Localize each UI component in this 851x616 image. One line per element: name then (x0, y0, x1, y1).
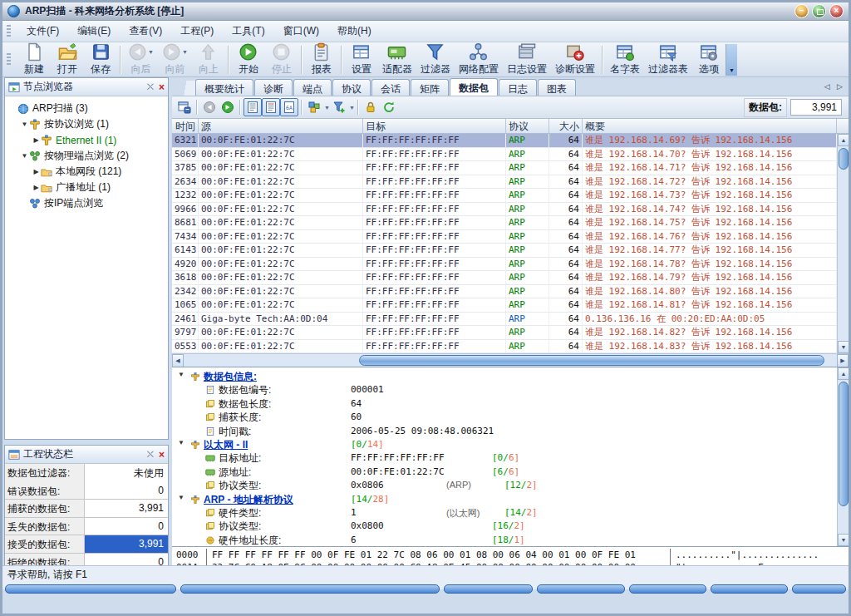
vscroll-thumb[interactable] (839, 382, 849, 506)
table-row[interactable]: 632100:0F:FE:01:22:7CFF:FF:FF:FF:FF:FFAR… (172, 134, 837, 148)
toolbar-button-network-config[interactable]: 网络配置 (455, 43, 503, 76)
decode-row-3[interactable]: 捕获长度:60 (172, 411, 849, 424)
tab-会话[interactable]: 会话 (371, 79, 410, 96)
tab-端点[interactable]: 端点 (293, 79, 332, 96)
scroll-left-icon[interactable]: ◀ (172, 354, 184, 367)
menu-item-6[interactable]: 帮助(H) (328, 21, 381, 42)
menu-item-5[interactable]: 窗口(W) (274, 21, 328, 42)
tab-图表[interactable]: 图表 (538, 79, 576, 96)
expander-closed-icon[interactable]: ▶ (32, 184, 41, 191)
decode-row-0[interactable]: ▼数据包信息: (172, 370, 849, 383)
decode-row-1[interactable]: 数据包编号:000001 (172, 383, 849, 397)
toolbar-button-stop-circle[interactable]: 停止 (265, 43, 298, 76)
column-header-1[interactable]: 源 (199, 119, 363, 133)
menu-item-1[interactable]: 编辑(E) (68, 21, 120, 42)
expander-open-icon[interactable]: ▼ (178, 371, 184, 378)
expander-open-icon[interactable]: ▼ (20, 121, 29, 128)
column-header-5[interactable]: 概要 (583, 119, 837, 133)
scroll-up-icon[interactable]: ▲ (838, 367, 849, 380)
menu-item-2[interactable]: 查看(V) (120, 21, 171, 42)
column-header-2[interactable]: 目标 (363, 119, 506, 133)
decode-row-5[interactable]: ▼以太网 - II[0/14] (172, 438, 849, 451)
decode-row-6[interactable]: 目标地址:FF:FF:FF:FF:FF:FF[0/6] (172, 451, 849, 465)
toolbar-button-back-circle[interactable]: ▼向后 (124, 43, 158, 76)
toolbar-grip[interactable] (7, 53, 11, 67)
tree-node-1[interactable]: ▼按协议浏览 (1) (7, 116, 166, 132)
decode-vscrollbar[interactable]: ▲ ▼ (837, 367, 849, 546)
table-row[interactable]: 996600:0F:FE:01:22:7CFF:FF:FF:FF:FF:FFAR… (172, 203, 837, 217)
column-header-4[interactable]: 大小 (549, 119, 583, 133)
pin-icon[interactable]: ⛌ (147, 449, 154, 460)
close-panel-icon[interactable]: × (159, 81, 165, 93)
column-header-3[interactable]: 协议 (506, 119, 549, 133)
tab-诊断[interactable]: 诊断 (254, 79, 293, 96)
decode-row-4[interactable]: 时间戳:2006-05-25 09:08:48.006321 (172, 425, 849, 438)
toolbar-button-save-floppy[interactable]: 保存 (84, 43, 117, 76)
toolbar-button-diagnosis-settings[interactable]: 诊断设置 (551, 43, 599, 76)
packet-toolbar-lock[interactable] (362, 98, 380, 116)
decode-row-8[interactable]: 协议类型:0x0806(ARP)[12/2] (172, 479, 849, 492)
tab-矩阵[interactable]: 矩阵 (411, 79, 449, 96)
packet-toolbar-view-hex-toggle[interactable]: 6A (280, 98, 298, 116)
toolbar-button-settings-table[interactable]: 设置 (345, 43, 378, 76)
packet-toolbar-display-options[interactable] (305, 98, 323, 116)
close-panel-icon[interactable]: × (159, 449, 165, 461)
packet-toolbar-add-filter[interactable] (330, 98, 348, 116)
scroll-down-icon[interactable]: ▼ (838, 534, 849, 546)
toolbar-button-adapter-card[interactable]: 适配器 (378, 43, 416, 76)
decode-row-12[interactable]: 硬件地址长度:6[18/1] (172, 534, 849, 546)
table-row[interactable]: 361800:0F:FE:01:22:7CFF:FF:FF:FF:FF:FFAR… (172, 271, 837, 285)
table-row[interactable]: 492000:0F:FE:01:22:7CFF:FF:FF:FF:FF:FFAR… (172, 258, 837, 272)
toolbar-button-up-arrow[interactable]: 向上 (192, 43, 225, 76)
table-row[interactable]: 055300:0F:FE:01:22:7CFF:FF:FF:FF:FF:FFAR… (172, 340, 837, 354)
toolbar-button-log-settings[interactable]: 日志设置 (503, 43, 551, 76)
toolbar-overflow-chevron[interactable]: ▼ (726, 44, 737, 76)
toolbar-button-options-gear[interactable]: 选项 (692, 43, 726, 76)
tree-node-5[interactable]: ▶广播地址 (1) (7, 180, 166, 195)
tab-协议[interactable]: 协议 (332, 79, 371, 96)
packet-toolbar-refresh[interactable] (380, 98, 398, 116)
expander-closed-icon[interactable]: ▶ (32, 168, 41, 175)
decode-row-7[interactable]: 源地址:00:0F:FE:01:22:7C[6/6] (172, 466, 849, 479)
vscroll-thumb[interactable] (839, 148, 849, 170)
scroll-down-icon[interactable]: ▼ (838, 341, 849, 353)
toolbar-button-open-folder[interactable]: 打开 (51, 43, 84, 76)
tree-node-3[interactable]: ▼按物理端点浏览 (2) (7, 148, 166, 164)
menubar-grip[interactable] (7, 25, 11, 38)
table-row[interactable]: 263400:0F:FE:01:22:7CFF:FF:FF:FF:FF:FFAR… (172, 175, 837, 190)
packet-toolbar-nav-back[interactable] (200, 98, 219, 116)
table-row[interactable]: 2461Giga-byte Tech:AA:0D:04FF:FF:FF:FF:F… (172, 313, 837, 327)
toolbar-button-filter-table[interactable]: 过滤器表 (644, 43, 692, 76)
minimize-button[interactable]: – (794, 4, 809, 18)
table-row[interactable]: 378500:0F:FE:01:22:7CFF:FF:FF:FF:FF:FFAR… (172, 161, 837, 175)
expander-open-icon[interactable]: ▼ (178, 494, 184, 501)
packet-table-vscrollbar[interactable]: ▲ ▼ (837, 134, 849, 353)
tree-node-4[interactable]: ▶本地网段 (121) (7, 164, 166, 180)
expander-open-icon[interactable]: ▼ (178, 439, 184, 446)
dropdown-caret-icon[interactable]: ▼ (324, 105, 330, 111)
packet-table-hscrollbar[interactable]: ◀ ▶ (172, 353, 849, 367)
table-row[interactable]: 743400:0F:FE:01:22:7CFF:FF:FF:FF:FF:FFAR… (172, 230, 837, 244)
packet-toolbar-view-detail-toggle[interactable] (262, 98, 280, 116)
toolbar-button-forward-circle[interactable]: ▼向前 (158, 43, 192, 76)
scroll-up-icon[interactable]: ▲ (838, 134, 849, 146)
menu-item-3[interactable]: 工程(P) (171, 21, 223, 42)
decode-row-2[interactable]: 数据包长度:64 (172, 397, 849, 411)
packet-toolbar-export-packet[interactable] (175, 98, 194, 116)
column-header-0[interactable]: 时间 (172, 119, 199, 133)
toolbar-button-name-table[interactable]: 名字表 (606, 43, 644, 76)
restore-button[interactable] (812, 4, 826, 18)
tab-scroll-arrows[interactable]: ◁ ▷ (824, 82, 845, 91)
tree-node-6[interactable]: 按IP端点浏览 (7, 195, 166, 211)
toolbar-button-filter-funnel[interactable]: 过滤器 (416, 43, 455, 76)
table-row[interactable]: 868100:0F:FE:01:22:7CFF:FF:FF:FF:FF:FFAR… (172, 216, 837, 230)
toolbar-button-report-clipboard[interactable]: 报表 (305, 43, 338, 76)
scroll-right-icon[interactable]: ▶ (837, 354, 849, 367)
dropdown-caret-icon[interactable]: ▼ (182, 49, 188, 55)
decode-row-11[interactable]: 协议类型:0x0800[16/2] (172, 520, 849, 533)
table-row[interactable]: 614300:0F:FE:01:22:7CFF:FF:FF:FF:FF:FFAR… (172, 244, 837, 258)
table-row[interactable]: 106500:0F:FE:01:22:7CFF:FF:FF:FF:FF:FFAR… (172, 298, 837, 313)
tree-node-0[interactable]: ARP扫描 (3) (7, 101, 166, 116)
packet-toolbar-nav-forward[interactable] (219, 98, 237, 116)
close-button[interactable]: × (829, 4, 844, 18)
